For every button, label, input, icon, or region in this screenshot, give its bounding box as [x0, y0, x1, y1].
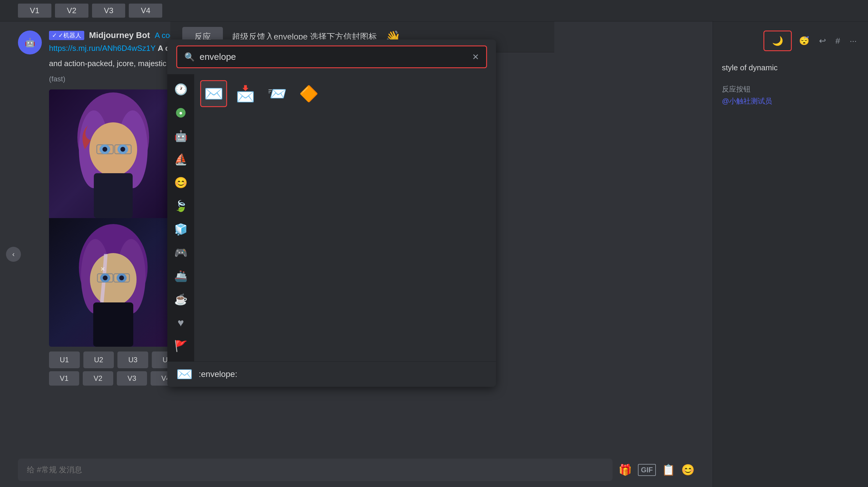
version-bar: V1 V2 V3 V4	[0, 0, 868, 22]
more-button[interactable]: ···	[847, 34, 859, 48]
u2-button[interactable]: U2	[83, 351, 114, 368]
emoji-preview-label: :envelope:	[199, 369, 237, 379]
bot-username: Midjourney Bot	[89, 30, 150, 40]
emoji-sidebar-recent[interactable]: 🕐	[170, 79, 191, 100]
emoji-sidebar-green[interactable]: ●	[170, 102, 191, 123]
right-panel: 🌙 😴 ↩ # ··· style of dynamic 反应按钮 @小触社测试…	[713, 22, 868, 487]
message-full-link[interactable]: https://s.mj.run/ANh6D4wSz1Y	[49, 44, 155, 53]
pin-button[interactable]: #	[833, 34, 843, 48]
svg-rect-13	[94, 173, 133, 218]
right-panel-header: 🌙 😴 ↩ # ···	[722, 30, 859, 51]
scroll-left-arrow[interactable]: ‹	[6, 247, 21, 262]
svg-text:🤖: 🤖	[25, 38, 35, 48]
version-btn-v2[interactable]: V2	[55, 4, 88, 18]
app-container: V1 V2 V3 V4 ‹ 🤖	[0, 0, 868, 487]
svg-point-12	[120, 147, 125, 152]
emoji-item-incoming[interactable]: 📨	[264, 80, 290, 107]
svg-point-35	[103, 276, 107, 280]
emoji-sidebar-sail[interactable]: ⛵	[170, 149, 191, 170]
v2-button-2[interactable]: V2	[83, 371, 113, 385]
mention-user: @小触社测试员	[722, 96, 859, 106]
svg-point-11	[102, 147, 107, 152]
search-icon: 🔍	[184, 52, 195, 62]
reaction-hint-label: 反应按钮	[722, 84, 859, 94]
version-btn-v1[interactable]: V1	[18, 4, 52, 18]
style-of-dynamic: style of dynamic	[722, 63, 859, 73]
v1-button-2[interactable]: V1	[49, 371, 79, 385]
svg-rect-37	[93, 303, 133, 347]
emoji-item-diamond[interactable]: 🔶	[295, 80, 322, 107]
bot-badge: ✓ ✓机器人	[49, 31, 84, 40]
emoji-search-input[interactable]	[199, 52, 467, 62]
emoji-sidebar-game[interactable]: 🎮	[170, 242, 191, 263]
emoji-preview-icon: ✉️	[176, 367, 193, 382]
emoji-grid: ✉️ 📩 📨 🔶	[200, 80, 490, 107]
v3-button-2[interactable]: V3	[117, 371, 147, 385]
main-area: ‹ 🤖 ✓	[0, 22, 868, 487]
moon-button[interactable]: 🌙	[768, 33, 787, 49]
reaction-hint-area: 反应按钮 @小触社测试员	[722, 84, 859, 106]
gift-icon[interactable]: 🎁	[619, 464, 632, 476]
chat-area: 🤖 ✓ ✓机器人 Midjourney Bot A coo	[0, 22, 713, 487]
chat-input-actions: 🎁 GIF 📋 😊	[619, 464, 695, 476]
svg-point-36	[119, 276, 124, 280]
style-text-area: style of dynamic	[722, 63, 859, 73]
emoji-picker-panel: 🔍 ✕ 🕐 ●	[167, 39, 496, 387]
u3-button[interactable]: U3	[117, 351, 148, 368]
moon-btn-box: 🌙	[764, 30, 792, 51]
emoji-item-inbox[interactable]: 📩	[232, 80, 259, 107]
emoji-picker-icon[interactable]: 😊	[681, 464, 695, 476]
gif-button[interactable]: GIF	[638, 464, 656, 476]
version-btn-v4[interactable]: V4	[129, 4, 162, 18]
emoji-sidebar-leaf[interactable]: 🍃	[170, 196, 191, 217]
sticker-icon[interactable]: 📋	[662, 464, 675, 476]
chat-input-area: 🎁 GIF 📋 😊	[0, 453, 713, 487]
emoji-sidebar-flag[interactable]: 🚩	[170, 336, 191, 356]
sleeping-button[interactable]: 😴	[797, 33, 812, 48]
emoji-item-envelope[interactable]: ✉️	[200, 80, 227, 107]
emoji-sidebar-bot[interactable]: 🤖	[170, 126, 191, 147]
emoji-bottom-preview: ✉️ :envelope:	[167, 361, 496, 387]
version-btn-v3[interactable]: V3	[92, 4, 125, 18]
grid-cell-3	[49, 218, 178, 347]
emoji-sidebar: 🕐 ● 🤖 ⛵ 😊 🍃 🧊 🎮 🚢	[167, 74, 194, 361]
emoji-results: ✉️ 📩 📨 🔶	[194, 74, 496, 361]
u1-button[interactable]: U1	[49, 351, 80, 368]
emoji-sidebar-heart[interactable]: ♥	[170, 312, 191, 333]
emoji-sidebar-ice[interactable]: 🧊	[170, 219, 191, 240]
svg-text:●: ●	[179, 110, 183, 116]
emoji-sidebar-ship[interactable]: 🚢	[170, 266, 191, 287]
emoji-search-clear-button[interactable]: ✕	[472, 52, 479, 62]
grid-cell-1	[49, 89, 178, 218]
bot-avatar: 🤖	[18, 30, 42, 54]
reply-button[interactable]: ↩	[816, 33, 828, 48]
emoji-search-area: 🔍 ✕	[167, 39, 496, 74]
chat-input[interactable]	[18, 459, 613, 481]
emoji-sidebar-content: 🕐 ● 🤖 ⛵ 😊 🍃 🧊 🎮 🚢	[167, 74, 496, 361]
emoji-sidebar-coffee[interactable]: ☕	[170, 289, 191, 310]
emoji-sidebar-smile[interactable]: 😊	[170, 172, 191, 193]
emoji-search-row: 🔍 ✕	[176, 46, 487, 68]
